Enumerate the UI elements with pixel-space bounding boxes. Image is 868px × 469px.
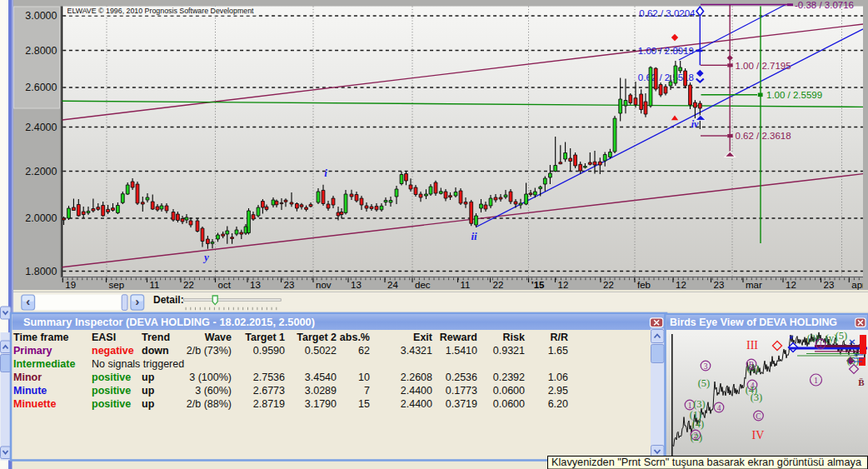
svg-text:1.5410: 1.5410 [446, 345, 477, 357]
svg-text:2.4000: 2.4000 [25, 122, 57, 133]
svg-text:›: › [135, 294, 139, 308]
svg-text:Birds Eye View of DEVA HOLDING: Birds Eye View of DEVA HOLDING [670, 317, 837, 328]
svg-text:iv: iv [691, 118, 699, 130]
svg-text:(2): (2) [691, 432, 703, 443]
svg-text:2.2608: 2.2608 [401, 372, 432, 383]
svg-text:7: 7 [364, 385, 370, 397]
svg-text:III: III [746, 339, 758, 352]
svg-text:i: i [324, 167, 327, 179]
svg-text:3 (100%): 3 (100%) [189, 372, 232, 383]
svg-text:0.1773: 0.1773 [446, 385, 477, 397]
svg-text:2.4400: 2.4400 [401, 398, 432, 410]
svg-text:IV: IV [752, 429, 765, 442]
svg-text:nov: nov [316, 280, 332, 290]
svg-text:11: 11 [461, 280, 471, 290]
svg-text:3.0000: 3.0000 [25, 10, 57, 22]
svg-text:Minute: Minute [13, 385, 47, 397]
svg-text:2.6000: 2.6000 [25, 82, 57, 93]
svg-text:2.8719: 2.8719 [253, 398, 285, 410]
svg-text:R/R: R/R [550, 332, 568, 343]
svg-text:1.65: 1.65 [548, 345, 568, 357]
svg-text:12: 12 [558, 280, 569, 290]
svg-text:Reward: Reward [440, 332, 477, 343]
svg-text:Exit: Exit [413, 332, 433, 343]
svg-text:0.5022: 0.5022 [305, 345, 337, 357]
svg-text:1.00 / 2.5599: 1.00 / 2.5599 [766, 90, 822, 100]
svg-text:Intermediate: Intermediate [13, 358, 75, 370]
svg-text:positive: positive [92, 385, 131, 397]
svg-text:0.62 / 2.3618: 0.62 / 2.3618 [736, 131, 791, 141]
svg-text:EASI: EASI [92, 332, 116, 343]
svg-text:Minuette: Minuette [13, 398, 56, 410]
svg-text:‹: ‹ [26, 294, 30, 308]
svg-text:0.2392: 0.2392 [493, 372, 525, 383]
svg-text:15: 15 [358, 398, 370, 410]
svg-text:Klavyenizden "Prnt Scrn" tuşun: Klavyenizden "Prnt Scrn" tuşuna basarak … [551, 457, 861, 468]
svg-text:23: 23 [714, 280, 725, 290]
svg-text:...: ... [675, 42, 680, 49]
svg-text:12: 12 [676, 280, 686, 290]
svg-text:13: 13 [351, 280, 362, 290]
svg-text:No signals triggered: No signals triggered [92, 358, 184, 370]
svg-text:Trend: Trend [142, 332, 170, 343]
svg-text:3.0289: 3.0289 [305, 385, 337, 397]
svg-text:abs.%: abs.% [340, 332, 370, 343]
svg-text:up: up [142, 398, 155, 410]
svg-text:2.95: 2.95 [548, 385, 568, 397]
svg-text:11: 11 [150, 280, 160, 290]
svg-text:0.62 / 3.0204: 0.62 / 3.0204 [639, 8, 696, 18]
svg-text:(5): (5) [698, 377, 711, 389]
svg-text:0.0600: 0.0600 [493, 398, 525, 410]
svg-text:1.00 / 2.8919: 1.00 / 2.8919 [638, 46, 694, 56]
svg-text:Detail:: Detail: [153, 294, 184, 306]
svg-text:0.9590: 0.9590 [253, 345, 285, 357]
svg-text:0.2536: 0.2536 [446, 372, 477, 383]
svg-text:19: 19 [65, 280, 76, 290]
svg-text:(4): (4) [692, 418, 705, 430]
svg-text:dec: dec [415, 280, 431, 290]
svg-text:23: 23 [284, 280, 295, 290]
svg-text:B̈: B̈ [858, 377, 865, 387]
svg-text:Wave: Wave [205, 332, 232, 343]
svg-text:3.1790: 3.1790 [305, 398, 337, 410]
svg-text:3.4321: 3.4321 [401, 345, 432, 357]
svg-text:1.8000: 1.8000 [25, 266, 57, 277]
svg-text:2.8000: 2.8000 [25, 45, 57, 57]
svg-text:Summary Inspector (DEVA HOLDIN: Summary Inspector (DEVA HOLDING - 18.02.… [23, 316, 315, 328]
svg-text:Time frame: Time frame [13, 332, 69, 343]
svg-text:22: 22 [183, 280, 194, 290]
svg-text:1.00 / 2.7195: 1.00 / 2.7195 [736, 61, 791, 71]
svg-text:mar: mar [746, 280, 762, 290]
svg-text:-0.38 / 3.0716: -0.38 / 3.0716 [795, 0, 854, 10]
svg-text:sep: sep [109, 280, 125, 290]
svg-text:2.7536: 2.7536 [253, 372, 285, 383]
svg-text:2.6773: 2.6773 [253, 385, 285, 397]
svg-text:(3): (3) [751, 392, 763, 403]
svg-text:’15: ’15 [531, 280, 546, 290]
svg-text:22: 22 [603, 280, 614, 290]
svg-text:negative: negative [92, 345, 134, 357]
svg-text:(3): (3) [693, 398, 706, 410]
svg-text:3 (60%): 3 (60%) [195, 385, 232, 397]
svg-text:0.0600: 0.0600 [493, 385, 525, 397]
svg-text:1: 1 [814, 376, 818, 385]
svg-text:62: 62 [358, 345, 370, 357]
svg-text:2.0000: 2.0000 [25, 212, 57, 224]
svg-text:up: up [142, 372, 155, 383]
svg-text:2/b (88%): 2/b (88%) [187, 398, 232, 410]
svg-text:2/b (73%): 2/b (73%) [187, 345, 232, 357]
svg-text:6.20: 6.20 [548, 398, 568, 410]
svg-text:Target 1: Target 1 [245, 332, 285, 343]
svg-text:1.06: 1.06 [548, 372, 568, 383]
svg-text:Minor: Minor [13, 372, 42, 383]
svg-text:Risk: Risk [503, 332, 525, 343]
svg-text:oct: oct [218, 280, 232, 290]
svg-text:(3): (3) [747, 362, 760, 374]
svg-text:22: 22 [493, 280, 504, 290]
svg-text:down: down [142, 345, 169, 357]
svg-text:4: 4 [717, 404, 721, 412]
svg-text:Primary: Primary [13, 345, 52, 357]
svg-text:1: 1 [819, 341, 823, 349]
svg-text:0.9321: 0.9321 [493, 345, 525, 357]
svg-text:3.4540: 3.4540 [305, 372, 337, 383]
